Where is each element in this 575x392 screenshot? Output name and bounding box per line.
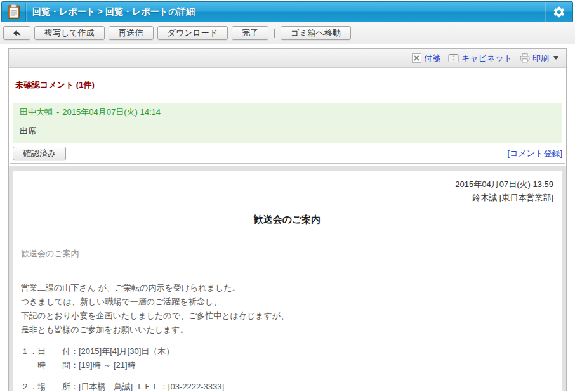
printer-icon <box>520 53 530 63</box>
comment-body: 出席 <box>13 121 562 143</box>
confirm-button[interactable]: 確認済み <box>13 147 66 160</box>
action-links-bar: 付箋 キャビネット 印刷 <box>9 49 566 68</box>
document-frame: 2015年04月07日(火) 13:59 鈴木誠 [東日本営業部] 歓送会のご案… <box>9 166 566 391</box>
clipboard-icon <box>2 2 26 22</box>
document-body-line <box>21 372 553 380</box>
comment-header: 田中大輔-2015年04月07日(火) 14:14 <box>13 103 562 121</box>
document-body-line: 下記のとおり小宴を企画いたしましたので、ご多忙中とは存じますが、 <box>21 309 553 323</box>
document-body-line: ２．場 所：[日本橋 鳥誠] ＴＥＬ：[03-2222-3333] <box>21 380 553 391</box>
document-divider <box>21 265 553 265</box>
cabinet-link-label: キャビネット <box>461 53 512 64</box>
caret-down-icon[interactable] <box>553 56 558 60</box>
comment-separator: - <box>56 107 59 117</box>
resend-button[interactable]: 再送信 <box>109 26 154 40</box>
document-body-line: 是非とも皆様のご参加をお願いいたします。 <box>21 323 553 337</box>
document-title: 歓送会のご案内 <box>21 212 553 226</box>
document-datetime: 2015年04月07日(火) 13:59 <box>21 178 553 191</box>
document-body-line: １．日 付：[2015]年[4]月[30]日（木） <box>21 344 553 358</box>
document-subject: 歓送会のご案内 <box>21 247 553 260</box>
print-link[interactable]: 印刷 <box>520 53 558 64</box>
gear-icon <box>553 6 565 18</box>
comment-register-link[interactable]: [コメント登録] <box>508 148 562 159</box>
toolbar: 複写して作成 再送信 ダウンロード 完了 ゴミ箱へ移動 <box>0 22 575 44</box>
titlebar: 回覧・レポート > 回覧・レポートの詳細 <box>1 1 573 22</box>
comment-actions: 確認済み [コメント登録] <box>13 147 562 160</box>
toolbar-separator <box>274 29 275 38</box>
cabinet-link[interactable]: キャビネット <box>448 53 512 64</box>
done-button[interactable]: 完了 <box>232 26 268 40</box>
document-page: 2015年04月07日(火) 13:59 鈴木誠 [東日本営業部] 歓送会のご案… <box>13 171 562 391</box>
unread-comments-heading: 未確認コメント (1件) <box>15 79 560 91</box>
document-body-line: 営業二課の山下さん が、ご栄転の内示を受けられました。 <box>21 281 553 295</box>
page-title: 回覧・レポート > 回覧・レポートの詳細 <box>26 2 545 22</box>
comment-section: 田中大輔-2015年04月07日(火) 14:14 出席 確認済み [コメント登… <box>10 100 565 164</box>
reply-arrow-icon <box>12 29 22 38</box>
settings-button[interactable] <box>545 2 572 22</box>
download-button[interactable]: ダウンロード <box>157 26 228 40</box>
document-body-line <box>21 337 553 344</box>
copy-create-button[interactable]: 複写して作成 <box>34 26 105 40</box>
fusen-link-label: 付箋 <box>424 53 440 64</box>
print-link-label: 印刷 <box>532 53 549 64</box>
document-body-line: つきましては、新しい職場で一層のご活躍を祈念し、 <box>21 295 553 309</box>
comment-author[interactable]: 田中大輔 <box>20 107 53 117</box>
clipboard-icon <box>7 4 20 20</box>
detail-panel: 付箋 キャビネット 印刷 未確認コメント (1件) 田中大輔-2015 <box>8 48 567 391</box>
comment-item: 田中大輔-2015年04月07日(火) 14:14 出席 <box>13 103 562 143</box>
cabinet-icon <box>448 53 459 63</box>
document-body: 営業二課の山下さん が、ご栄転の内示を受けられました。 つきましては、新しい職場… <box>21 281 553 391</box>
comment-datetime: 2015年04月07日(火) 14:14 <box>62 107 161 117</box>
fusen-link[interactable]: 付箋 <box>412 53 440 64</box>
document-author: 鈴木誠 [東日本営業部] <box>21 192 553 204</box>
back-button[interactable] <box>3 26 30 40</box>
move-to-trash-button[interactable]: ゴミ箱へ移動 <box>281 26 351 40</box>
sticky-note-icon <box>412 53 421 63</box>
document-body-line: 時 間：[19]時 ～ [21]時 <box>21 358 553 372</box>
